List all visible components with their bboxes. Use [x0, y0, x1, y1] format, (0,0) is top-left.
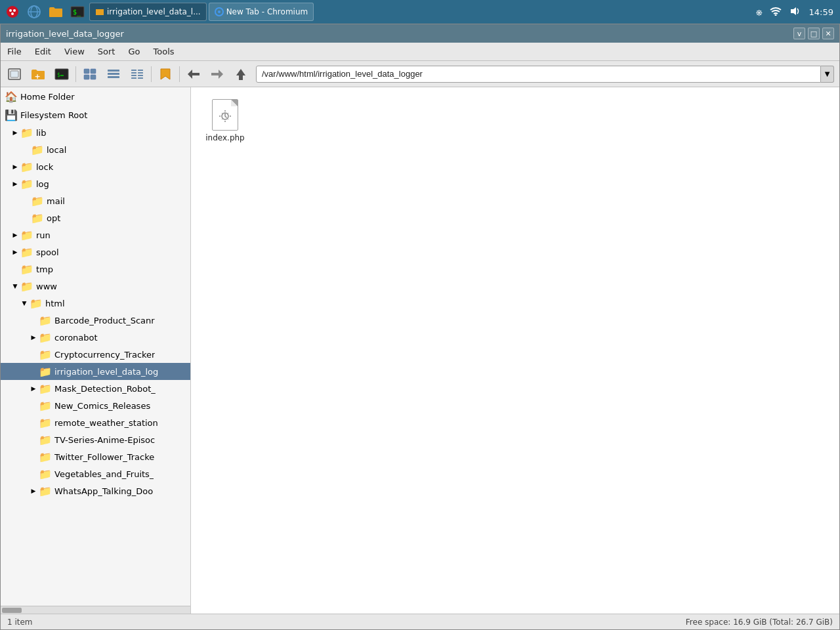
svg-rect-37	[211, 73, 219, 75]
close-button[interactable]: ✕	[822, 28, 834, 39]
svg-rect-14	[10, 71, 18, 77]
svg-point-42	[224, 121, 226, 122]
sidebar-item-lib[interactable]: ▶ 📁 lib	[1, 124, 190, 141]
svg-point-3	[11, 12, 14, 15]
volume-icon[interactable]	[786, 4, 803, 20]
sidebar: 🏠 Home Folder 💾 Filesystem Root ▶ 📁 lib	[1, 87, 191, 614]
menubar: File Edit View Sort Go Tools	[1, 43, 839, 61]
menu-go[interactable]: Go	[121, 44, 146, 59]
up-button[interactable]	[230, 64, 252, 85]
icon-view-button[interactable]	[79, 64, 101, 85]
sidebar-item-irrigation[interactable]: 📁 irrigation_level_data_log	[1, 363, 190, 380]
menu-sort[interactable]: Sort	[91, 44, 122, 59]
home-folder-label: Home Folder	[20, 92, 75, 102]
address-input[interactable]	[256, 66, 821, 83]
content-area: 🏠 Home Folder 💾 Filesystem Root ▶ 📁 lib	[1, 87, 839, 614]
statusbar: 1 item Free space: 16.9 GiB (Total: 26.7…	[1, 614, 839, 629]
svg-rect-21	[84, 75, 89, 79]
sidebar-item-mail[interactable]: 📁 mail	[1, 192, 190, 209]
toolbar: + $	[1, 61, 839, 87]
svg-rect-24	[108, 73, 119, 75]
svg-rect-30	[131, 75, 136, 76]
sidebar-item-crypto[interactable]: 📁 Cryptocurrency_Tracker	[1, 346, 190, 363]
svg-rect-29	[138, 72, 143, 74]
address-dropdown-button[interactable]: ▼	[821, 66, 834, 83]
maximize-button[interactable]: □	[808, 28, 820, 39]
sidebar-item-lock[interactable]: ▶ 📁 lock	[1, 158, 190, 175]
list-view-button[interactable]	[102, 64, 125, 85]
sidebar-item-whatsapp[interactable]: ▶ 📁 WhatsApp_Talking_Doo	[1, 482, 190, 499]
menu-view[interactable]: View	[58, 44, 91, 59]
sidebar-item-twitter[interactable]: 📁 Twitter_Follower_Tracke	[1, 448, 190, 465]
menu-tools[interactable]: Tools	[147, 44, 181, 59]
svg-marker-36	[219, 70, 223, 79]
sidebar-item-barcode[interactable]: 📁 Barcode_Product_Scanr	[1, 312, 190, 329]
sidebar-item-vegetables[interactable]: 📁 Vegetables_and_Fruits_	[1, 465, 190, 482]
titlebar: irrigation_level_data_logger v □ ✕	[1, 24, 839, 43]
bluetooth-icon[interactable]: ⎈	[753, 3, 765, 21]
toolbar-sep3	[179, 66, 180, 82]
toolbar-sep2	[151, 66, 152, 82]
new-window-button[interactable]	[3, 64, 26, 85]
svg-rect-22	[91, 75, 96, 79]
svg-point-1	[9, 9, 12, 12]
sidebar-item-filesystem-root[interactable]: 💾 Filesystem Root	[1, 106, 190, 124]
filesystem-root-label: Filesystem Root	[20, 110, 87, 120]
svg-point-41	[224, 110, 226, 112]
sidebar-item-mask[interactable]: ▶ 📁 Mask_Detection_Robot_	[1, 380, 190, 397]
svg-point-10	[218, 10, 220, 13]
sidebar-hscrollbar[interactable]	[1, 606, 190, 614]
sidebar-item-www[interactable]: ▼ 📁 www	[1, 278, 190, 295]
sidebar-item-run[interactable]: ▶ 📁 run	[1, 226, 190, 243]
taskbar: $_ irrigation_level_data_l... New Tab - …	[0, 0, 840, 24]
menu-file[interactable]: File	[1, 44, 28, 59]
sidebar-item-opt[interactable]: 📁 opt	[1, 209, 190, 226]
sidebar-item-local[interactable]: 📁 local	[1, 141, 190, 158]
svg-rect-39	[239, 74, 243, 80]
svg-point-43	[219, 116, 220, 117]
svg-rect-25	[108, 76, 119, 78]
toolbar-sep1	[75, 66, 76, 82]
svg-rect-28	[131, 72, 136, 74]
window-btn-chromium[interactable]: New Tab - Chromium	[209, 3, 314, 21]
new-folder-button[interactable]: +	[27, 64, 49, 85]
svg-point-2	[13, 9, 16, 12]
address-bar: ▼	[256, 66, 834, 83]
back-button[interactable]	[182, 64, 205, 85]
sidebar-item-tv-series[interactable]: 📁 TV-Series-Anime-Episoc	[1, 431, 190, 448]
menu-edit[interactable]: Edit	[28, 44, 58, 59]
free-space: Free space: 16.9 GiB (Total: 26.7 GiB)	[686, 618, 833, 627]
svg-rect-32	[131, 77, 136, 79]
forward-button[interactable]	[206, 64, 228, 85]
titlebar-controls: v □ ✕	[793, 28, 834, 39]
sidebar-item-html[interactable]: ▼ 📁 html	[1, 295, 190, 312]
folder-taskbar-icon[interactable]	[46, 2, 66, 22]
sidebar-item-tmp[interactable]: 📁 tmp	[1, 261, 190, 278]
compact-view-button[interactable]	[126, 64, 148, 85]
svg-point-0	[7, 6, 18, 18]
file-label-index-php: index.php	[205, 133, 244, 144]
sidebar-item-coronabot[interactable]: ▶ 📁 coronabot	[1, 329, 190, 346]
sidebar-item-log[interactable]: ▶ 📁 log	[1, 175, 190, 192]
open-terminal-button[interactable]: $	[51, 64, 73, 85]
raspbian-icon[interactable]	[3, 2, 22, 22]
bookmarks-button[interactable]	[154, 64, 177, 85]
file-manager-window: irrigation_level_data_logger v □ ✕ File …	[0, 24, 840, 630]
window-btn-files[interactable]: irrigation_level_data_l...	[89, 3, 207, 21]
wifi-icon[interactable]	[767, 4, 784, 20]
sidebar-item-comics[interactable]: 📁 New_Comics_Releases	[1, 397, 190, 414]
browser-taskbar-icon[interactable]	[24, 2, 44, 22]
sidebar-item-spool[interactable]: ▶ 📁 spool	[1, 243, 190, 261]
window-btn-chromium-label: New Tab - Chromium	[226, 7, 308, 16]
file-icon-index-php	[209, 98, 241, 132]
svg-marker-34	[188, 70, 192, 79]
sidebar-item-weather[interactable]: 📁 remote_weather_station	[1, 414, 190, 431]
svg-rect-20	[91, 69, 96, 74]
svg-rect-31	[138, 75, 143, 76]
sidebar-item-home-folder[interactable]: 🏠 Home Folder	[1, 87, 190, 106]
file-item-index-php[interactable]: index.php	[199, 95, 251, 146]
file-pane: index.php	[191, 87, 839, 614]
svg-point-44	[230, 116, 231, 117]
minimize-button[interactable]: v	[793, 28, 805, 39]
terminal-taskbar-icon[interactable]: $_	[68, 2, 87, 22]
